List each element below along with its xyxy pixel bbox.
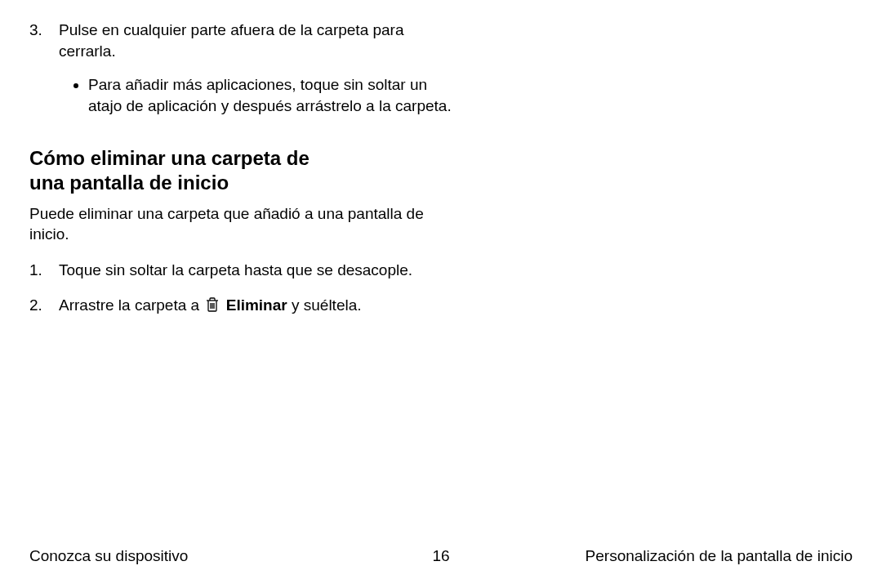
heading-line-2: una pantalla de inicio (29, 172, 229, 194)
list-item-3-text: Pulse en cualquier parte afuera de la ca… (59, 21, 404, 60)
sub-bullet-list: Para añadir más aplicaciones, toque sin … (59, 74, 454, 116)
step-2-suffix: y suéltela. (287, 296, 362, 314)
continued-ordered-list: Pulse en cualquier parte afuera de la ca… (29, 20, 454, 117)
step-1-text: Toque sin soltar la carpeta hasta que se… (59, 261, 412, 278)
page-footer: Conozca su dispositivo 16 Personalizació… (29, 546, 853, 567)
document-page: Pulse en cualquier parte afuera de la ca… (0, 0, 882, 588)
step-1: Toque sin soltar la carpeta hasta que se… (29, 260, 454, 281)
footer-right: Personalización de la pantalla de inicio (586, 546, 853, 567)
sub-bullet-text: Para añadir más aplicaciones, toque sin … (88, 76, 452, 114)
step-2-prefix: Arrastre la carpeta a (59, 296, 203, 314)
heading-line-1: Cómo eliminar una carpeta de (29, 147, 310, 169)
steps-list: Toque sin soltar la carpeta hasta que se… (29, 260, 454, 318)
footer-left: Conozca su dispositivo (29, 546, 188, 567)
step-2-bold: Eliminar (226, 296, 287, 314)
section-heading: Cómo eliminar una carpeta de una pantall… (29, 146, 454, 195)
section-intro: Puede eliminar una carpeta que añadió a … (29, 203, 454, 245)
trash-icon (205, 296, 220, 318)
sub-bullet-item: Para añadir más aplicaciones, toque sin … (88, 74, 454, 116)
list-item-3: Pulse en cualquier parte afuera de la ca… (29, 20, 454, 117)
step-2: Arrastre la carpeta a Eliminar y suéltel… (29, 295, 454, 318)
content-column: Pulse en cualquier parte afuera de la ca… (29, 20, 454, 318)
footer-page-number: 16 (432, 546, 449, 567)
